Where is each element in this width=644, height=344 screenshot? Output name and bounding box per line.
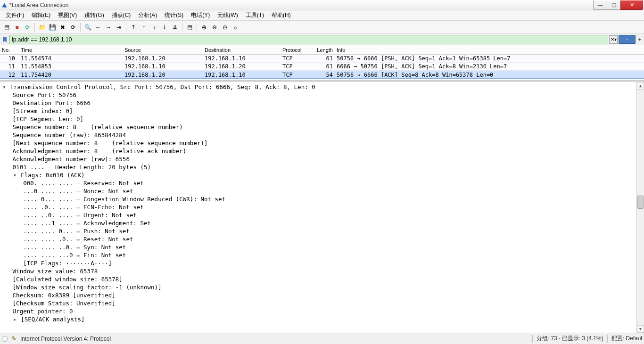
cell-time: 11.754420 — [19, 72, 123, 78]
menu-item[interactable]: 编辑(E) — [28, 10, 54, 20]
toolbar-up-button[interactable]: ↑ — [139, 23, 149, 32]
detail-line[interactable]: Acknowledgment number: 8 (relative ack n… — [2, 147, 644, 155]
filter-add-button[interactable]: + — [636, 35, 643, 44]
toolbar-autoscroll-button[interactable]: ⇊ — [170, 23, 180, 32]
expert-info-icon[interactable] — [2, 336, 8, 342]
packet-list[interactable]: 1011.554574192.168.1.20192.168.1.10TCP61… — [0, 55, 644, 80]
detail-line[interactable]: Urgent pointer: 0 — [2, 307, 644, 315]
toolbar-save-button[interactable]: 💾 — [48, 23, 57, 32]
detail-line[interactable]: .... ..0. .... = Urgent: Not set — [2, 211, 644, 219]
detail-line[interactable]: Acknowledgment number (raw): 6556 — [2, 155, 644, 163]
toolbar-zoom-fit-button[interactable]: ⌕ — [231, 23, 240, 32]
col-header-destination[interactable]: Destination — [203, 47, 281, 53]
detail-line[interactable]: 0101 .... = Header Length: 20 bytes (5) — [2, 163, 644, 171]
detail-header[interactable]: ▾ Transmission Control Protocol, Src Por… — [2, 83, 644, 91]
detail-line[interactable]: .... .0.. .... = ECN-Echo: Not set — [2, 203, 644, 211]
cell-src: 192.168.1.20 — [123, 72, 203, 78]
detail-line[interactable]: 000. .... .... = Reserved: Not set — [2, 179, 644, 187]
toolbar-colorize-button[interactable]: ▤ — [185, 23, 194, 32]
detail-line[interactable]: ▾ Flags: 0x010 (ACK) — [2, 171, 644, 179]
detail-line[interactable]: [Stream index: 0] — [2, 107, 644, 115]
toolbar-zoom-out-button[interactable]: ⊖ — [210, 23, 219, 32]
detail-line[interactable]: ...0 .... .... = Nonce: Not set — [2, 187, 644, 195]
bookmark-icon[interactable] — [1, 36, 8, 43]
detail-line[interactable]: [TCP Segment Len: 0] — [2, 115, 644, 123]
menu-item[interactable]: 无线(W) — [214, 10, 241, 20]
scroll-thumb[interactable] — [637, 196, 644, 209]
menu-item[interactable]: 视图(V) — [54, 10, 81, 20]
toolbar: ▤■⟳📁💾✖⟳🔍←→⇥⤒↑↓⤓⇊▤⊕⊖⊜⌕ — [0, 21, 644, 34]
toolbar-close-button[interactable]: ✖ — [58, 23, 67, 32]
scroll-track[interactable] — [637, 90, 644, 325]
detail-line[interactable]: ▸ [SEQ/ACK analysis] — [2, 315, 644, 323]
detail-line[interactable]: Source Port: 50756 — [2, 91, 644, 99]
menu-item[interactable]: 电话(Y) — [187, 10, 214, 20]
detail-line[interactable]: [Window size scaling factor: -1 (unknown… — [2, 283, 644, 291]
packet-row[interactable]: 1011.554574192.168.1.20192.168.1.10TCP61… — [0, 55, 644, 63]
menu-item[interactable]: 跳转(G) — [81, 10, 107, 20]
col-header-source[interactable]: Source — [123, 47, 203, 53]
menu-item[interactable]: 帮助(H) — [268, 10, 295, 20]
minimize-button[interactable]: — — [593, 0, 607, 10]
toolbar-stop-button[interactable]: ■ — [12, 23, 22, 32]
scrollbar[interactable]: ▲ ▼ — [636, 82, 644, 333]
statusbar: ✎ Internet Protocol Version 4: Protocol … — [0, 333, 644, 344]
detail-line[interactable]: Checksum: 0x8389 [unverified] — [2, 291, 644, 299]
toolbar-list-button[interactable]: ▤ — [2, 23, 11, 32]
detail-line[interactable]: .... .... 0... = Push: Not set — [2, 227, 644, 235]
filter-apply-button[interactable]: → — [619, 35, 636, 44]
toolbar-first-button[interactable]: ⤒ — [129, 23, 138, 32]
scroll-down-button[interactable]: ▼ — [637, 325, 644, 333]
filter-bar: ✕▾ → + — [0, 34, 644, 45]
packet-row[interactable]: 1111.554853192.168.1.10192.168.1.20TCP61… — [0, 63, 644, 71]
menubar: 文件(F)编辑(E)视图(V)跳转(G)捕获(C)分析(A)统计(S)电话(Y)… — [0, 10, 644, 21]
col-header-no[interactable]: No. — [0, 47, 19, 53]
status-field: Internet Protocol Version 4: Protocol — [20, 336, 111, 342]
col-header-protocol[interactable]: Protocol — [281, 47, 311, 53]
toolbar-search-button[interactable]: 🔍 — [83, 23, 92, 32]
detail-line[interactable]: Sequence number: 8 (relative sequence nu… — [2, 123, 644, 131]
filter-clear-button[interactable]: ✕▾ — [609, 35, 618, 44]
edit-icon[interactable]: ✎ — [11, 335, 17, 342]
detail-line[interactable]: Window size value: 65378 — [2, 267, 644, 275]
close-button[interactable]: ✕ — [620, 0, 643, 10]
detail-line[interactable]: .... .... .0.. = Reset: Not set — [2, 235, 644, 243]
maximize-button[interactable]: ▢ — [607, 0, 621, 10]
packet-details-pane[interactable]: ▾ Transmission Control Protocol, Src Por… — [0, 82, 644, 333]
cell-len: 61 — [311, 63, 335, 70]
cell-src: 192.168.1.20 — [123, 55, 203, 62]
toolbar-down-button[interactable]: ↓ — [149, 23, 159, 32]
menu-item[interactable]: 分析(A) — [134, 10, 161, 20]
menu-item[interactable]: 捕获(C) — [108, 10, 135, 20]
detail-line[interactable]: Destination Port: 6666 — [2, 99, 644, 107]
detail-line[interactable]: [Next sequence number: 8 (relative seque… — [2, 139, 644, 147]
detail-line[interactable]: .... 0... .... = Congestion Window Reduc… — [2, 195, 644, 203]
toolbar-last-button[interactable]: ⤓ — [160, 23, 169, 32]
col-header-info[interactable]: Info — [335, 47, 644, 53]
packet-row[interactable]: 1211.754420192.168.1.20192.168.1.10TCP54… — [0, 71, 644, 79]
display-filter-input[interactable] — [9, 35, 608, 44]
detail-line[interactable]: .... ...1 .... = Acknowledgment: Set — [2, 219, 644, 227]
detail-line[interactable]: .... .... ...0 = Fin: Not set — [2, 251, 644, 259]
detail-line[interactable]: Sequence number (raw): 863844284 — [2, 131, 644, 139]
packet-list-header[interactable]: No. Time Source Destination Protocol Len… — [0, 45, 644, 55]
detail-line[interactable]: [Calculated window size: 65378] — [2, 275, 644, 283]
toolbar-separator — [80, 23, 81, 32]
col-header-time[interactable]: Time — [19, 47, 123, 53]
toolbar-fwd-button[interactable]: → — [104, 23, 113, 32]
toolbar-jump-button[interactable]: ⇥ — [114, 23, 124, 32]
toolbar-back-button[interactable]: ← — [93, 23, 103, 32]
toolbar-zoom-in-button[interactable]: ⊕ — [199, 23, 209, 32]
toolbar-folder-button[interactable]: 📁 — [37, 23, 47, 32]
col-header-length[interactable]: Length — [311, 47, 335, 53]
scroll-up-button[interactable]: ▲ — [637, 82, 644, 90]
toolbar-restart-button[interactable]: ⟳ — [23, 23, 32, 32]
detail-line[interactable]: .... .... ..0. = Syn: Not set — [2, 243, 644, 251]
toolbar-reload-button[interactable]: ⟳ — [68, 23, 78, 32]
menu-item[interactable]: 工具(T) — [242, 10, 268, 20]
detail-line[interactable]: [Checksum Status: Unverified] — [2, 299, 644, 307]
menu-item[interactable]: 统计(S) — [161, 10, 187, 20]
detail-line[interactable]: [TCP Flags: ·······A····] — [2, 259, 644, 267]
menu-item[interactable]: 文件(F) — [2, 10, 28, 20]
toolbar-zoom-reset-button[interactable]: ⊜ — [220, 23, 230, 32]
